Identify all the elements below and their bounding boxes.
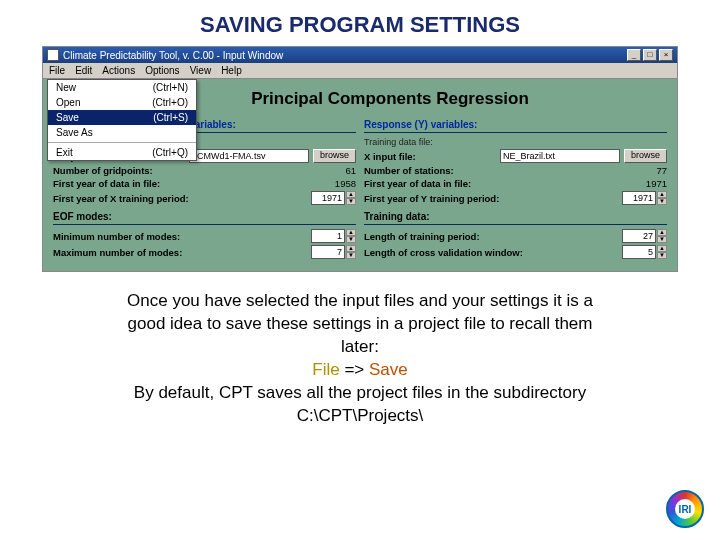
spin-down-icon[interactable]: ▼ (657, 252, 667, 259)
x-min-input[interactable]: 1 (311, 229, 345, 243)
menu-help[interactable]: Help (221, 65, 242, 76)
y-fy-label: First year of data in file: (364, 178, 471, 189)
spin-up-icon[interactable]: ▲ (346, 245, 356, 252)
spin-down-icon[interactable]: ▼ (657, 198, 667, 205)
slide-body: Once you have selected the input files a… (0, 272, 720, 428)
menu-edit[interactable]: Edit (75, 65, 92, 76)
spin-up-icon[interactable]: ▲ (346, 229, 356, 236)
titlebar: Climate Predictability Tool, v. C.00 - I… (43, 47, 677, 63)
close-button[interactable]: × (659, 49, 673, 61)
x-max-input[interactable]: 7 (311, 245, 345, 259)
menu-item-saveas[interactable]: Save As (48, 125, 196, 140)
y-len-input[interactable]: 27 (622, 229, 656, 243)
menu-item-exit[interactable]: Exit(Ctrl+Q) (48, 145, 196, 160)
body-line: good idea to save these settings in a pr… (32, 313, 688, 336)
x-gp-value: 61 (345, 165, 356, 176)
x-ft-label: First year of X training period: (53, 193, 189, 204)
slide-title: SAVING PROGRAM SETTINGS (0, 0, 720, 46)
y-cv-input[interactable]: 5 (622, 245, 656, 259)
menu-view[interactable]: View (190, 65, 212, 76)
x-file-input[interactable]: LCMWd1-FMA.tsv (189, 149, 309, 163)
spin-down-icon[interactable]: ▼ (346, 236, 356, 243)
window-title: Climate Predictability Tool, v. C.00 - I… (63, 50, 283, 61)
eof-legend: EOF modes: (53, 211, 356, 222)
y-legend: Response (Y) variables: (364, 119, 667, 130)
maximize-button[interactable]: □ (643, 49, 657, 61)
app-icon (47, 49, 59, 61)
menubar: File Edit Actions Options View Help New(… (43, 63, 677, 79)
y-ft-label: First year of Y training period: (364, 193, 499, 204)
x-browse-button[interactable]: browse (313, 149, 356, 163)
y-st-value: 77 (656, 165, 667, 176)
y-file-input[interactable]: NE_Brazil.txt (500, 149, 620, 163)
app-window: Climate Predictability Tool, v. C.00 - I… (42, 46, 678, 272)
menu-file[interactable]: File (49, 65, 65, 76)
minimize-button[interactable]: _ (627, 49, 641, 61)
y-st-label: Number of stations: (364, 165, 454, 176)
spin-up-icon[interactable]: ▲ (657, 229, 667, 236)
spin-up-icon[interactable]: ▲ (346, 191, 356, 198)
x-max-label: Maximum number of modes: (53, 247, 182, 258)
body-line: By default, CPT saves all the project fi… (32, 382, 688, 405)
body-line: later: (32, 336, 688, 359)
y-browse-button[interactable]: browse (624, 149, 667, 163)
x-ft-input[interactable]: 1971 (311, 191, 345, 205)
x-gp-label: Number of gridpoints: (53, 165, 153, 176)
y-cv-label: Length of cross validation window: (364, 247, 523, 258)
td-legend: Training data: (364, 211, 667, 222)
menu-item-save[interactable]: Save(Ctrl+S) (48, 110, 196, 125)
spin-down-icon[interactable]: ▼ (346, 252, 356, 259)
body-line: File => Save (32, 359, 688, 382)
menu-options[interactable]: Options (145, 65, 179, 76)
spin-down-icon[interactable]: ▼ (657, 236, 667, 243)
y-sub: Training data file: (364, 137, 667, 147)
y-file-label: X input file: (364, 151, 416, 162)
spin-down-icon[interactable]: ▼ (346, 198, 356, 205)
file-dropdown: New(Ctrl+N) Open(Ctrl+O) Save(Ctrl+S) Sa… (47, 79, 197, 161)
y-variables-section: Response (Y) variables: Training data fi… (364, 119, 667, 261)
body-line: C:\CPT\Projects\ (32, 405, 688, 428)
spin-up-icon[interactable]: ▲ (657, 245, 667, 252)
x-min-label: Minimum number of modes: (53, 231, 180, 242)
y-len-label: Length of training period: (364, 231, 480, 242)
iri-logo-icon: IRI (666, 490, 704, 528)
menu-actions[interactable]: Actions (102, 65, 135, 76)
menu-item-new[interactable]: New(Ctrl+N) (48, 80, 196, 95)
y-fy-value: 1971 (646, 178, 667, 189)
x-fy-label: First year of data in file: (53, 178, 160, 189)
x-fy-value: 1958 (335, 178, 356, 189)
y-ft-input[interactable]: 1971 (622, 191, 656, 205)
menu-item-open[interactable]: Open(Ctrl+O) (48, 95, 196, 110)
spin-up-icon[interactable]: ▲ (657, 191, 667, 198)
menu-separator (48, 142, 196, 143)
body-line: Once you have selected the input files a… (32, 290, 688, 313)
